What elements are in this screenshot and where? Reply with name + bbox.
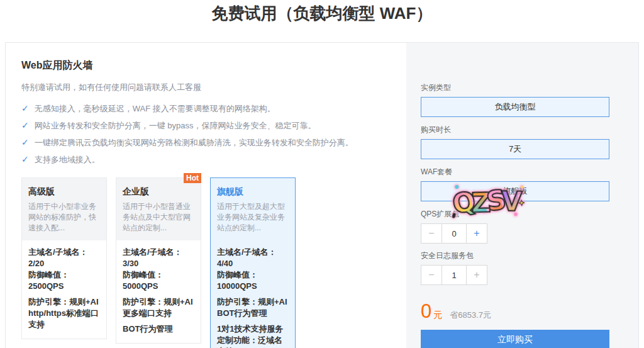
plan-name: 旗舰版	[217, 186, 289, 198]
price-row: 0 元 省6853.7元	[421, 301, 638, 322]
plan-features: 主域名/子域名：4/40防御峰值：10000QPS防护引擎：规则+AIBOT行为…	[211, 240, 295, 348]
feature-bullet-text: 一键绑定腾讯云负载均衡实现网站旁路检测和威胁清洗，实现业务转发和安全防护分离。	[35, 134, 353, 151]
duration-label: 购买时长	[421, 125, 638, 134]
purchase-config-section: 实例类型负载均衡型购买时长7天WAF套餐旗舰版 QPS扩展包−0+安全日志服务包…	[406, 43, 638, 348]
check-icon: ✓	[21, 100, 29, 117]
addon-steppers: QPS扩展包−0+安全日志服务包−1+	[421, 210, 638, 293]
page-title: 免费试用（负载均衡型 WAF）	[0, 0, 644, 26]
feature-bullet-text: 支持多地域接入。	[35, 151, 100, 168]
check-icon: ✓	[21, 151, 29, 168]
plan-feature: 防护引擎：规则+AI	[123, 296, 194, 308]
waf-package-label: WAF套餐	[421, 167, 638, 176]
plan-card-header: 企业版适用于中小型普通业务站点及中大型官网站点的定制...	[116, 178, 201, 240]
feature-bullet-list: ✓无感知接入，毫秒级延迟，WAF 接入不需要调整现有的网络架构。✓网站业务转发和…	[21, 100, 406, 168]
plan-name: 企业版	[123, 186, 194, 198]
plan-features: 主域名/子域名：3/30防御峰值：5000QPS防护引擎：规则+AI更多端口支持…	[116, 240, 201, 343]
plan-feature-group: 主域名/子域名：3/30防御峰值：5000QPS	[123, 247, 194, 292]
plan-feature: 防御峰值：5000QPS	[123, 269, 194, 292]
log-pack-plus-button[interactable]: +	[467, 266, 487, 284]
plan-feature: 主域名/子域名：4/40	[217, 247, 289, 269]
check-icon: ✓	[21, 134, 29, 151]
plan-description: 适用于中小型非业务网站的标准防护，快速接入配...	[28, 201, 100, 233]
plan-card-list: 高级版适用于中小型非业务网站的标准防护，快速接入配...主域名/子域名：2/20…	[21, 177, 406, 348]
log-pack-label: 安全日志服务包	[421, 251, 638, 260]
qps-pack-stepper: −0+	[421, 223, 487, 244]
plan-card-advanced[interactable]: 高级版适用于中小型非业务网站的标准防护，快速接入配...主域名/子域名：2/20…	[21, 177, 107, 339]
plan-feature-group: BOT行为管理	[123, 323, 194, 335]
feature-bullet: ✓支持多地域接入。	[21, 151, 406, 168]
plan-feature: 主域名/子域名：3/30	[123, 247, 194, 269]
check-icon: ✓	[21, 117, 29, 134]
product-info-section: Web应用防火墙 特别邀请试用，如有任何使用问题请联系人工客服 ✓无感知接入，毫…	[6, 43, 406, 348]
plan-card-header: 高级版适用于中小型非业务网站的标准防护，快速接入配...	[22, 178, 106, 240]
qps-pack-minus-button[interactable]: −	[421, 224, 441, 243]
duration-select[interactable]: 7天	[421, 139, 609, 159]
plan-feature-group: 防护引擎：规则+AI更多端口支持	[123, 296, 194, 319]
plan-feature-group: 防护引擎：规则+AIBOT行为管理	[217, 296, 289, 319]
log-pack-value-input[interactable]: 1	[441, 266, 467, 284]
product-title: Web应用防火墙	[21, 59, 406, 72]
qps-pack-value-input[interactable]: 0	[441, 224, 467, 243]
purchase-panel: Web应用防火墙 特别邀请试用，如有任何使用问题请联系人工客服 ✓无感知接入，毫…	[5, 42, 639, 348]
plan-features: 主域名/子域名：2/20防御峰值：2500QPS防护引擎：规则+AIhttp/h…	[22, 240, 106, 339]
instance-type-select[interactable]: 负载均衡型	[421, 97, 609, 117]
plan-feature: 防御峰值：10000QPS	[217, 269, 289, 292]
plan-card-ultimate[interactable]: 旗舰版适用于大型及超大型业务网站及复杂业务站点的定制...主域名/子域名：4/4…	[210, 177, 296, 348]
plan-feature-group: 防护引擎：规则+AIhttp/https标准端口支持	[28, 296, 100, 330]
log-pack-minus-button[interactable]: −	[421, 266, 441, 284]
plan-feature: 更多端口支持	[123, 308, 194, 319]
plan-feature: 1对1技术支持服务	[217, 323, 289, 335]
qps-pack-label: QPS扩展包	[421, 210, 638, 218]
plan-feature: 防护引擎：规则+AI	[217, 296, 289, 308]
plan-feature: 防护引擎：规则+AI	[28, 296, 100, 308]
plan-feature: 定制功能：泛域名支持	[217, 335, 289, 348]
plan-description: 适用于中小型普通业务站点及中大型官网站点的定制...	[123, 201, 194, 233]
plan-description: 适用于大型及超大型业务网站及复杂业务站点的定制...	[217, 201, 289, 233]
plan-feature: 防御峰值：2500QPS	[28, 269, 100, 292]
waf-package-select[interactable]: 旗舰版	[421, 181, 609, 201]
plan-feature: 主域名/子域名：2/20	[28, 247, 100, 269]
plan-feature: http/https标准端口支持	[28, 308, 100, 330]
log-pack-stepper: −1+	[421, 265, 487, 285]
feature-bullet: ✓无感知接入，毫秒级延迟，WAF 接入不需要调整现有的网络架构。	[21, 100, 406, 117]
price-savings: 省6853.7元	[450, 310, 491, 321]
plan-feature-group: 1对1技术支持服务定制功能：泛域名支持	[217, 323, 289, 348]
plan-feature-group: 主域名/子域名：4/40防御峰值：10000QPS	[217, 247, 289, 292]
plan-feature-group: 主域名/子域名：2/20防御峰值：2500QPS	[28, 247, 100, 292]
plan-feature: BOT行为管理	[217, 308, 289, 319]
price-unit: 元	[433, 310, 442, 321]
qps-pack-plus-button[interactable]: +	[467, 224, 487, 243]
plan-feature: BOT行为管理	[123, 323, 194, 335]
product-subtitle: 特别邀请试用，如有任何使用问题请联系人工客服	[21, 82, 406, 93]
plan-name: 高级版	[28, 186, 100, 198]
instance-type-label: 实例类型	[421, 83, 638, 92]
config-fields: 实例类型负载均衡型购买时长7天WAF套餐旗舰版	[421, 83, 638, 201]
feature-bullet-text: 无感知接入，毫秒级延迟，WAF 接入不需要调整现有的网络架构。	[35, 100, 275, 117]
hot-badge: Hot	[184, 173, 201, 183]
buy-now-button[interactable]: 立即购买	[421, 330, 609, 348]
plan-card-header: 旗舰版适用于大型及超大型业务网站及复杂业务站点的定制...	[211, 178, 295, 240]
feature-bullet: ✓网站业务转发和安全防护分离，一键 bypass，保障网站业务安全、稳定可靠。	[21, 117, 406, 134]
plan-card-enterprise[interactable]: Hot企业版适用于中小型普通业务站点及中大型官网站点的定制...主域名/子域名：…	[116, 177, 201, 344]
price-amount: 0	[421, 301, 431, 322]
feature-bullet: ✓一键绑定腾讯云负载均衡实现网站旁路检测和威胁清洗，实现业务转发和安全防护分离。	[21, 134, 406, 151]
feature-bullet-text: 网站业务转发和安全防护分离，一键 bypass，保障网站业务安全、稳定可靠。	[35, 117, 316, 134]
